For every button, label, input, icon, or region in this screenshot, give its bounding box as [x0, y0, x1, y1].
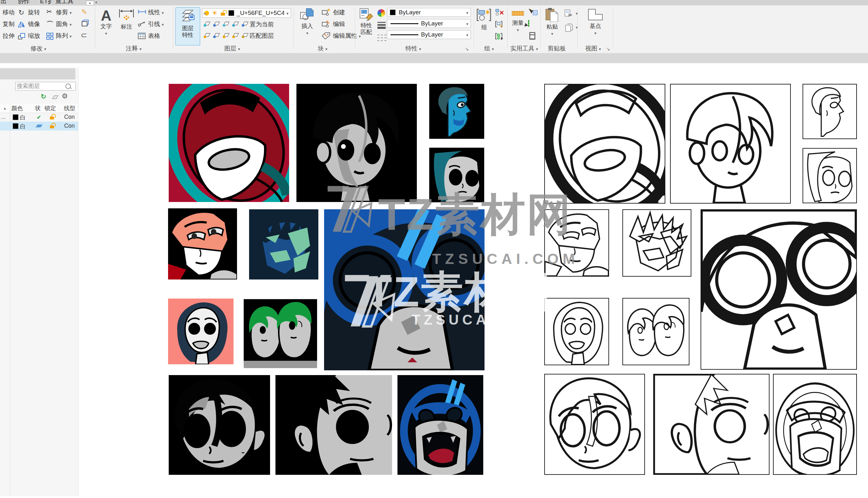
table-button[interactable]: 表格 [148, 32, 160, 40]
artwork-lineart-twins[interactable] [622, 298, 689, 365]
new-layer-icon[interactable] [51, 95, 59, 101]
set-current-button[interactable]: 置为当前 [250, 21, 274, 28]
linetype-dropdown[interactable]: ByLayer [387, 30, 471, 39]
text-button[interactable]: A 文字 [97, 8, 115, 37]
artwork-green-twins[interactable] [244, 295, 317, 368]
move-button[interactable]: 移动 [2, 9, 15, 16]
layer-unisolate-icon[interactable] [212, 32, 220, 38]
copy-clip-icon[interactable] [565, 23, 574, 34]
view-dialog-launcher-icon[interactable] [606, 46, 610, 52]
trim-button[interactable]: 修剪 [56, 9, 72, 16]
artwork-helmet-red-teal[interactable] [169, 84, 289, 202]
layer-search-input[interactable] [16, 83, 65, 90]
layer-off-icon[interactable] [203, 21, 211, 27]
create-block-button[interactable]: 创建 [333, 9, 345, 16]
ribbon-collapse-caret-icon[interactable] [95, 0, 97, 4]
refresh-icon[interactable] [41, 93, 47, 100]
panel-label-properties[interactable]: 特性 [405, 45, 421, 52]
artwork-girl-gray-dark[interactable] [296, 84, 417, 202]
lineweight-dropdown[interactable]: ByLayer [387, 19, 471, 28]
artwork-lineart-worried2[interactable] [544, 298, 609, 365]
artwork-lineart-bigeyes[interactable] [544, 374, 645, 475]
insert-block-button[interactable]: 插入 [296, 8, 318, 36]
artwork-lineart-scream[interactable] [773, 374, 857, 475]
base-view-button[interactable]: 基点 [583, 8, 608, 36]
quick-select-icon[interactable] [528, 8, 537, 17]
calculator-icon[interactable] [529, 32, 535, 40]
layer-row[interactable]: ... 白 Con [0, 113, 78, 122]
unlock-icon[interactable] [49, 123, 55, 129]
match-layer-button[interactable]: 匹配图层 [250, 32, 274, 40]
artwork-navy-spiky-green[interactable] [249, 209, 318, 279]
panel-label-clipboard[interactable]: 剪贴板 [548, 45, 566, 52]
tab-collaborate[interactable]: 协作 [18, 0, 30, 5]
layer-unlock-icon[interactable] [231, 32, 239, 38]
layer-set-current-icon[interactable] [241, 21, 249, 27]
panel-label-utilities[interactable]: 实用工具 [510, 45, 538, 52]
artwork-lineart-helmet[interactable] [544, 84, 665, 204]
panel-label-modify[interactable]: 修改 [30, 45, 47, 52]
artwork-lineart-profile[interactable] [803, 84, 857, 139]
stretch-button[interactable]: 拉伸 [2, 32, 15, 40]
sort-icon[interactable] [4, 105, 6, 111]
paste-button[interactable]: 粘贴 [543, 7, 562, 37]
ungroup-icon[interactable] [495, 9, 504, 17]
quick-calc-select-icon[interactable] [528, 20, 529, 27]
rotate-button[interactable]: 旋转 [28, 9, 40, 16]
panel-label-annotation[interactable]: 注释 [126, 45, 142, 52]
lineweight-icon[interactable] [377, 22, 386, 29]
layer-properties-button[interactable]: 图层 特性 [176, 7, 200, 45]
artwork-lineart-spiky[interactable] [622, 209, 691, 277]
header-color[interactable]: 颜色 [11, 105, 23, 112]
artwork-lineart-glance[interactable] [544, 209, 609, 277]
artwork-lineart-girl[interactable] [670, 84, 791, 204]
header-status[interactable]: 状 [35, 105, 41, 112]
explode-box-icon[interactable] [81, 20, 89, 29]
artwork-lineart-worried[interactable] [803, 148, 857, 203]
layer-row[interactable]: 白 Con [0, 122, 78, 131]
copy-button[interactable]: 复制 [2, 20, 15, 28]
tab-express-tools[interactable]: ET扩 展工具 [40, 0, 74, 5]
panel-label-layers[interactable]: 图层 [224, 45, 240, 52]
layer-lock-icon[interactable] [231, 21, 239, 27]
drawing-canvas[interactable] [0, 63, 868, 498]
scale-button[interactable]: 缩放 [28, 32, 40, 40]
leader-button[interactable]: 引线 [148, 20, 164, 28]
ribbon-collapse-icon[interactable] [86, 1, 94, 5]
layer-match-icon[interactable] [241, 32, 249, 38]
linetype-icon[interactable] [377, 35, 386, 41]
panel-label-view[interactable]: 视图 [585, 45, 601, 52]
linear-button[interactable]: 线性 [148, 9, 164, 16]
unlock-icon[interactable] [49, 114, 55, 120]
layer-on-icon[interactable] [203, 32, 211, 38]
artwork-lineart-megaman[interactable] [701, 209, 857, 370]
palette-title-bar[interactable] [0, 68, 75, 79]
artwork-megaman-goggles[interactable] [324, 209, 484, 370]
artwork-bw-girl-bigeyes[interactable] [169, 375, 270, 475]
layer-dropdown[interactable]: _U+56FE_U+5C42 [202, 8, 291, 18]
artwork-boy-blue-profile[interactable] [429, 84, 484, 139]
array-button[interactable]: 阵列 [56, 32, 72, 40]
layer-freeze-icon[interactable] [222, 21, 230, 27]
panel-label-groups[interactable]: 组 [484, 45, 494, 52]
mirror-button[interactable]: 镜像 [28, 20, 40, 28]
measure-button[interactable]: 测量 [509, 8, 527, 33]
header-lock[interactable]: 锁定 [44, 105, 56, 112]
artwork-blue-scream[interactable] [398, 375, 483, 475]
artwork-lineart-face2[interactable] [653, 374, 769, 475]
object-color-dropdown[interactable]: ByLayer [387, 8, 471, 17]
artwork-orange-side-glance[interactable] [168, 208, 237, 279]
artwork-pink-bg-worried[interactable] [168, 299, 234, 364]
properties-dialog-launcher-icon[interactable] [465, 46, 469, 52]
color-wheel-icon[interactable] [377, 9, 385, 17]
dimension-button[interactable]: 标注 [117, 8, 136, 30]
group-edit-icon[interactable]: ✎ [495, 21, 504, 29]
settings-gear-icon[interactable] [62, 92, 68, 100]
group-selection-icon[interactable] [495, 33, 504, 42]
artwork-teal-hair-worried[interactable] [429, 148, 484, 202]
offset-icon[interactable] [81, 31, 87, 40]
header-linetype[interactable]: 线型 [64, 105, 75, 112]
fillet-button[interactable]: 圆角 [56, 20, 72, 28]
edit-block-button[interactable]: 编辑 [333, 20, 345, 28]
group-button[interactable]: ✶ 组 [475, 8, 493, 31]
